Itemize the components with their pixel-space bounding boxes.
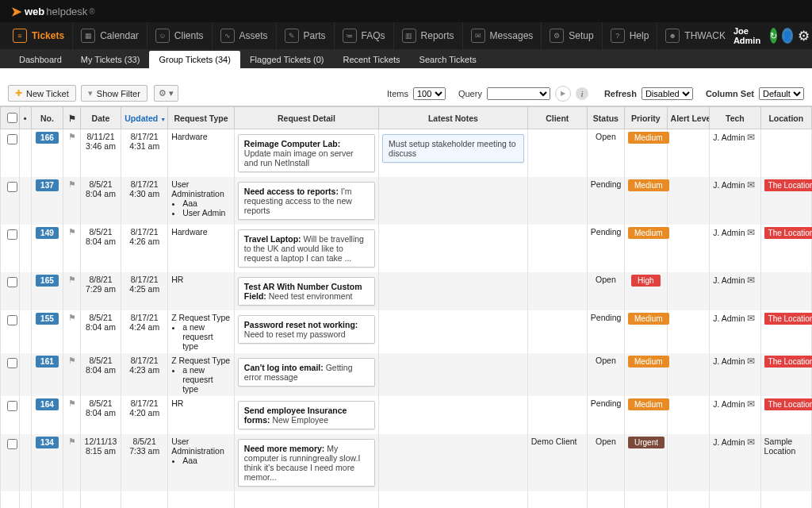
row-checkbox[interactable] (7, 358, 17, 368)
run-query-icon[interactable]: ▶ (555, 86, 571, 102)
nav-item-clients[interactable]: ☺Clients (147, 22, 212, 49)
col-alert-level[interactable]: Alert Level (667, 107, 710, 129)
row-checkbox[interactable] (7, 401, 17, 411)
ticket-number[interactable]: 155 (36, 313, 59, 325)
nav-item-faqs[interactable]: ≔FAQs (334, 22, 393, 49)
avatar-icon[interactable]: 👤 (782, 28, 793, 44)
presence-icon[interactable]: ↻ (770, 28, 777, 44)
tab-my-tickets-[interactable]: My Tickets (33) (71, 51, 150, 68)
info-icon[interactable]: i (576, 87, 588, 100)
flag-icon[interactable]: ⚑ (68, 227, 76, 237)
nav-item-assets[interactable]: ∿Assets (212, 22, 276, 49)
table-row[interactable]: 155⚑8/5/218:04 am8/17/214:24 amZ Request… (1, 310, 812, 353)
row-checkbox[interactable] (7, 315, 17, 325)
table-row[interactable]: 149⚑8/5/218:04 am8/17/214:26 amHardwareT… (1, 225, 812, 272)
refresh-select[interactable]: Disabled (642, 87, 693, 100)
detail-card[interactable]: Travel Laptop: Will be travelling to the… (238, 229, 375, 267)
col-no[interactable]: No. (31, 107, 63, 129)
show-filter-button[interactable]: ▾ Show Filter (81, 85, 147, 102)
col-location[interactable]: Location (760, 107, 811, 129)
row-checkbox[interactable] (7, 439, 17, 449)
mail-icon[interactable]: ✉ (747, 437, 755, 448)
col-latest-notes[interactable]: Latest Notes (379, 107, 528, 129)
ticket-number[interactable]: 166 (36, 132, 59, 144)
mail-icon[interactable]: ✉ (747, 227, 755, 238)
table-row[interactable]: 161⚑8/5/218:04 am8/17/214:23 amZ Request… (1, 353, 812, 396)
flag-icon[interactable]: ⚑ (68, 179, 76, 189)
detail-card[interactable]: Reimage Computer Lab: Update main image … (238, 134, 375, 172)
nav-item-calendar[interactable]: ▦Calendar (72, 22, 147, 49)
table-row[interactable]: 137⚑8/5/218:04 am8/17/214:30 amUser Admi… (1, 177, 812, 225)
detail-card[interactable]: Password reset not working: Need to rese… (238, 315, 375, 344)
row-checkbox[interactable] (7, 182, 17, 192)
mail-icon[interactable]: ✉ (747, 356, 755, 367)
columnset-select[interactable]: Default (759, 87, 804, 100)
nav-item-help[interactable]: ?Help (602, 22, 657, 49)
location-cell: The Location (760, 353, 811, 396)
detail-card[interactable]: Test AR With Number Custom Field: Need t… (238, 277, 375, 306)
nav-item-thwack[interactable]: ☻THWACK (657, 22, 733, 49)
mail-icon[interactable]: ✉ (747, 398, 755, 410)
location-cell: Sample Location (760, 434, 811, 491)
flag-icon[interactable]: ⚑ (68, 132, 76, 141)
items-per-page-select[interactable]: 100 (413, 87, 446, 100)
tab-dashboard[interactable]: Dashboard (10, 51, 71, 68)
nav-user[interactable]: Joe Admin (733, 26, 760, 45)
detail-card[interactable]: Need more memory: My computer is running… (238, 439, 375, 487)
nav-item-tickets[interactable]: ≡Tickets (10, 22, 72, 49)
row-checkbox[interactable] (7, 229, 17, 240)
mail-icon[interactable]: ✉ (747, 313, 755, 324)
table-row[interactable]: 164⚑8/5/218:04 am8/17/214:20 amHRSend em… (1, 396, 812, 434)
tab-group-tickets-[interactable]: Group Tickets (34) (149, 51, 239, 68)
ticket-number[interactable]: 134 (36, 437, 59, 448)
status-cell: Open (587, 434, 624, 491)
table-row[interactable]: 134⚑12/11/138:15 am8/5/217:33 amUser Adm… (1, 434, 812, 491)
flag-icon[interactable]: ⚑ (68, 313, 76, 322)
col-flag[interactable]: ⚑ (63, 107, 80, 129)
tab-flagged-tickets-[interactable]: Flagged Tickets (0) (240, 51, 334, 68)
ticket-number[interactable]: 149 (36, 227, 59, 239)
ticket-number[interactable]: 161 (36, 356, 59, 368)
flag-icon[interactable]: ⚑ (68, 356, 76, 365)
sort-desc-icon: ▼ (160, 117, 166, 122)
nav-item-setup[interactable]: ⚙Setup (541, 22, 601, 49)
col-updated[interactable]: Updated▼ (121, 107, 168, 129)
mail-icon[interactable]: ✉ (747, 132, 755, 143)
refresh-label: Refresh (604, 89, 637, 98)
col-priority[interactable]: Priority (625, 107, 668, 129)
col-status[interactable]: Status (587, 107, 624, 129)
nav-item-messages[interactable]: ✉Messages (462, 22, 542, 49)
ticket-number[interactable]: 137 (36, 179, 59, 191)
flag-icon[interactable]: ⚑ (68, 398, 76, 408)
ticket-number[interactable]: 165 (36, 275, 59, 287)
new-ticket-button[interactable]: ✚ New Ticket (8, 85, 76, 102)
col-date[interactable]: Date (80, 107, 121, 129)
query-select[interactable] (487, 87, 550, 100)
flag-icon[interactable]: ⚑ (68, 437, 76, 446)
table-row[interactable]: 165⚑8/8/217:29 am8/17/214:25 amHRTest AR… (1, 272, 812, 310)
tab-search-tickets[interactable]: Search Tickets (410, 51, 486, 68)
col-client[interactable]: Client (527, 107, 587, 129)
col-checkbox[interactable] (1, 107, 20, 129)
detail-card[interactable]: Can't log into email: Getting error mess… (238, 358, 375, 387)
col-request-detail[interactable]: Request Detail (234, 107, 378, 129)
row-checkbox[interactable] (7, 134, 17, 144)
mail-icon[interactable]: ✉ (747, 179, 755, 190)
flag-icon[interactable]: ⚑ (68, 275, 76, 284)
col-dot[interactable]: • (19, 107, 31, 129)
nav-item-parts[interactable]: ✎Parts (276, 22, 334, 49)
row-checkbox[interactable] (7, 277, 17, 287)
select-all-checkbox[interactable] (7, 113, 17, 123)
nav-item-reports[interactable]: ▥Reports (393, 22, 462, 49)
settings-gear-icon[interactable]: ⚙ (798, 28, 810, 44)
col-tech[interactable]: Tech (710, 107, 760, 129)
ticket-number[interactable]: 164 (36, 398, 59, 410)
toolbar-gear-menu[interactable]: ⚙ ▾ (154, 85, 178, 102)
messages-icon: ✉ (471, 29, 485, 43)
mail-icon[interactable]: ✉ (747, 275, 755, 286)
col-request-type[interactable]: Request Type (168, 107, 235, 129)
detail-card[interactable]: Need access to reports: I'm requesting a… (238, 182, 375, 220)
table-row[interactable]: 166⚑8/11/213:46 am8/17/214:31 amHardware… (1, 129, 812, 178)
detail-card[interactable]: Send employee Insurance forms: New Emplo… (238, 401, 375, 429)
tab-recent-tickets[interactable]: Recent Tickets (333, 51, 409, 68)
